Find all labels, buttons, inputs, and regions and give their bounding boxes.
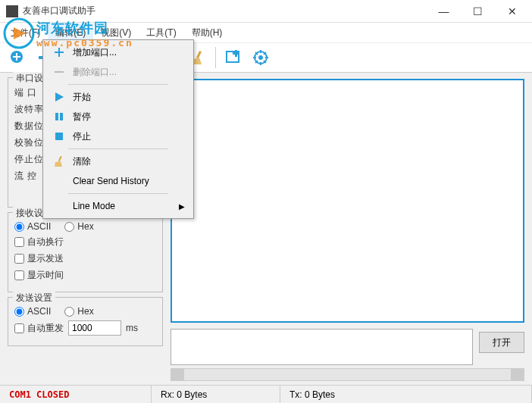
status-port: COM1 CLOSED <box>0 386 152 403</box>
svg-rect-32 <box>58 156 62 161</box>
dd-clear[interactable]: 清除 <box>45 152 191 171</box>
play-icon <box>52 89 67 105</box>
status-tx: Tx: 0 Bytes <box>280 386 532 403</box>
window-plus-icon <box>225 49 242 66</box>
dd-pause[interactable]: 暂停 <box>45 107 191 127</box>
hscroll-area <box>0 368 532 382</box>
open-button[interactable]: 打开 <box>479 332 524 353</box>
new-window-button[interactable] <box>221 45 246 70</box>
recv-ascii-radio[interactable]: ASCII <box>14 221 51 232</box>
dd-pause-label: 暂停 <box>73 111 91 123</box>
status-bar: COM1 CLOSED Rx: 0 Bytes Tx: 0 Bytes <box>0 385 532 403</box>
horizontal-scrollbar[interactable] <box>171 368 524 381</box>
broom-icon <box>52 154 67 169</box>
edit-dropdown: 增加端口... 删除端口... 开始 暂停 停止 清除 Clear Send H… <box>42 39 194 219</box>
dd-stop-label: 停止 <box>73 130 91 143</box>
svg-rect-31 <box>55 133 63 140</box>
dd-add-port[interactable]: 增加端口... <box>45 42 191 62</box>
app-icon <box>6 5 18 17</box>
svg-rect-30 <box>60 113 63 120</box>
auto-wrap-check[interactable]: 自动换行 <box>14 236 64 248</box>
content-area: 打开 <box>171 73 532 368</box>
recv-hex-radio[interactable]: Hex <box>64 221 93 232</box>
status-rx: Rx: 0 Bytes <box>152 386 280 403</box>
send-hex-radio[interactable]: Hex <box>64 306 93 317</box>
gear-icon <box>252 49 269 66</box>
scroll-right-icon[interactable] <box>511 369 524 380</box>
minimize-button[interactable]: — <box>427 0 461 23</box>
menu-file[interactable]: 文件(F) <box>3 23 48 42</box>
close-button[interactable]: ✕ <box>495 0 529 23</box>
svg-rect-2 <box>13 56 20 58</box>
dd-separator <box>68 193 168 194</box>
title-bar: 友善串口调试助手 — ☐ ✕ <box>0 0 532 23</box>
stop-icon <box>52 129 67 144</box>
interval-spinner[interactable] <box>68 320 121 336</box>
send-settings-group: 发送设置 ASCII Hex 自动重发 ms <box>8 297 163 346</box>
dd-start-label: 开始 <box>73 91 91 104</box>
svg-marker-28 <box>55 92 64 102</box>
send-input[interactable] <box>171 329 473 365</box>
add-port-icon <box>9 49 26 66</box>
dd-line-mode-label: Line Mode <box>73 201 115 211</box>
show-send-check[interactable]: 显示发送 <box>14 252 64 265</box>
dd-clear-send-label: Clear Send History <box>73 176 149 186</box>
dd-clear-send[interactable]: Clear Send History <box>45 171 191 191</box>
dd-add-port-label: 增加端口... <box>73 46 117 59</box>
plus-icon <box>52 45 67 60</box>
chevron-right-icon: ▶ <box>179 202 185 211</box>
toolbar-separator <box>215 47 216 68</box>
dd-line-mode[interactable]: Line Mode ▶ <box>45 196 191 216</box>
svg-rect-27 <box>55 71 64 73</box>
dd-stop[interactable]: 停止 <box>45 127 191 146</box>
interval-unit: ms <box>126 323 138 333</box>
svg-marker-33 <box>55 161 62 167</box>
auto-resend-check[interactable]: 自动重发 <box>14 322 64 335</box>
dd-del-port-label: 删除端口... <box>73 66 117 79</box>
svg-point-16 <box>258 55 263 60</box>
svg-rect-29 <box>55 113 58 120</box>
send-group-title: 发送设置 <box>13 292 55 305</box>
dd-separator <box>68 148 168 149</box>
add-port-button[interactable] <box>5 45 30 70</box>
dd-del-port[interactable]: 删除端口... <box>45 62 191 82</box>
recv-settings-group: 接收设置 ASCII Hex 自动换行 显示发送 显示时间 <box>8 212 163 292</box>
svg-rect-10 <box>196 51 202 58</box>
svg-rect-26 <box>55 52 64 53</box>
settings-button[interactable] <box>248 45 274 70</box>
show-time-check[interactable]: 显示时间 <box>14 269 64 282</box>
dd-start[interactable]: 开始 <box>45 87 191 107</box>
receive-display[interactable] <box>171 79 524 323</box>
window-title: 友善串口调试助手 <box>23 5 427 17</box>
scroll-left-icon[interactable] <box>171 369 184 380</box>
maximize-button[interactable]: ☐ <box>461 0 495 23</box>
pause-icon <box>52 109 67 124</box>
dd-clear-label: 清除 <box>73 155 91 168</box>
svg-rect-14 <box>233 52 239 55</box>
send-ascii-radio[interactable]: ASCII <box>14 306 51 317</box>
dd-separator <box>68 84 168 85</box>
minus-icon <box>52 64 67 80</box>
